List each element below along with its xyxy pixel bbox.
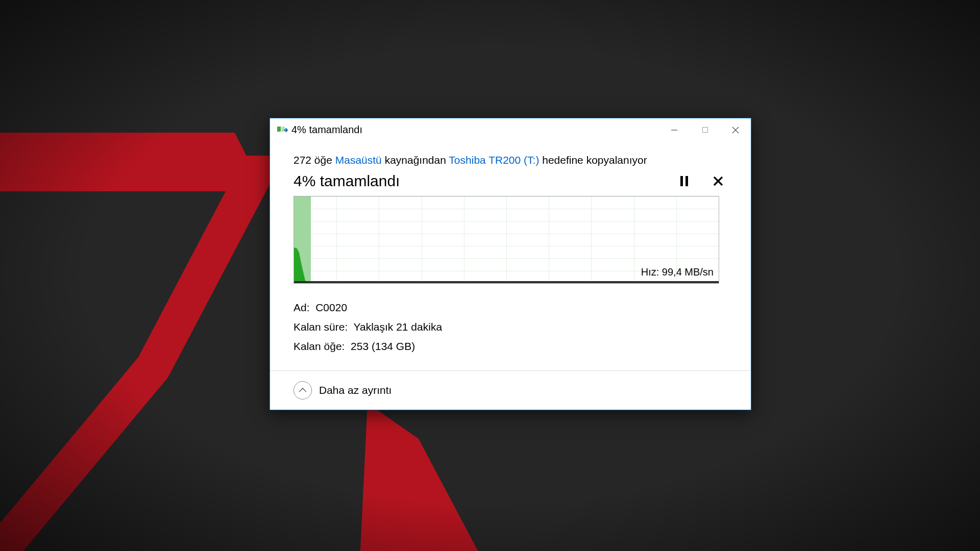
descr-suffix: hedefine kopyalanıyor [539,154,647,166]
titlebar[interactable]: 4% tamamlandı [270,118,751,141]
svg-rect-11 [680,176,683,186]
detail-items-remaining: Kalan öğe: 253 (134 GB) [293,337,727,356]
svg-rect-5 [277,127,281,132]
svg-marker-15 [294,247,311,283]
cancel-button[interactable] [713,176,723,186]
pause-button[interactable] [680,176,689,186]
cancel-icon [713,176,723,186]
minimize-button[interactable] [659,118,690,141]
chart-baseline [294,281,719,283]
close-icon [732,127,739,134]
progress-headline: 4% tamamlandı [293,172,680,190]
speed-label: Hız: 99,4 MB/sn [641,266,714,278]
detail-name: Ad: C0020 [293,298,727,317]
maximize-icon [702,127,708,133]
fewer-details-label: Daha az ayrıntı [319,384,391,396]
descr-middle: kaynağından [382,154,449,166]
pause-icon [680,176,689,186]
dialog-content: 272 öğe Masaüstü kaynağından Toshiba TR2… [270,141,751,370]
maximize-button [690,118,720,141]
operation-controls [680,176,727,186]
item-count-text: 272 öğe [293,154,335,166]
source-folder-link[interactable]: Masaüstü [335,154,382,166]
fewer-details-toggle[interactable] [293,381,312,399]
destination-drive-link[interactable]: Toshiba TR200 (T:) [449,154,539,166]
detail-time-remaining: Kalan süre: Yaklaşık 21 dakika [293,317,727,337]
progress-headline-row: 4% tamamlandı [293,172,727,190]
dialog-footer: Daha az ayrıntı [270,370,751,410]
copy-progress-icon [277,126,288,134]
minimize-icon [671,127,678,134]
detail-list: Ad: C0020 Kalan süre: Yaklaşık 21 dakika… [293,298,727,356]
svg-rect-12 [685,176,688,186]
chevron-up-icon [299,388,307,393]
speed-chart: Hız: 99,4 MB/sn [293,196,719,284]
window-controls [659,118,751,141]
window-title: 4% tamamlandı [291,124,362,136]
svg-rect-6 [281,127,285,132]
svg-rect-8 [702,128,707,133]
copy-progress-dialog: 4% tamamlandı 272 öğe Masaüstü kaynağınd… [270,118,751,410]
copy-description: 272 öğe Masaüstü kaynağından Toshiba TR2… [293,153,727,167]
close-window-button[interactable] [720,118,751,141]
